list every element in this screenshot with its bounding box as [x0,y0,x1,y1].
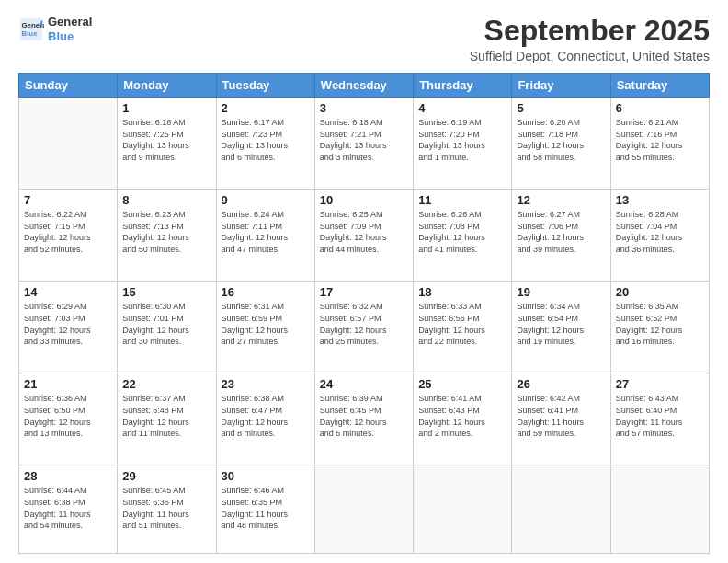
main-title: September 2025 [470,15,710,47]
day-number: 8 [122,193,210,207]
day-number: 25 [418,377,506,391]
day-info: Sunrise: 6:20 AM Sunset: 7:18 PM Dayligh… [517,117,605,163]
day-number: 3 [320,101,408,115]
day-info: Sunrise: 6:34 AM Sunset: 6:54 PM Dayligh… [517,301,605,347]
calendar-cell: 2Sunrise: 6:17 AM Sunset: 7:23 PM Daylig… [216,98,314,190]
day-number: 27 [616,377,704,391]
calendar-cell: 30Sunrise: 6:46 AM Sunset: 6:35 PM Dayli… [216,465,314,554]
calendar-cell: 15Sunrise: 6:30 AM Sunset: 7:01 PM Dayli… [118,282,216,373]
day-number: 23 [222,377,310,391]
calendar-cell: 28Sunrise: 6:44 AM Sunset: 6:38 PM Dayli… [19,465,118,554]
day-number: 19 [517,285,605,299]
day-info: Sunrise: 6:44 AM Sunset: 6:38 PM Dayligh… [24,485,112,531]
calendar-header-thursday: Thursday [414,74,512,98]
day-number: 16 [222,285,310,299]
day-info: Sunrise: 6:17 AM Sunset: 7:23 PM Dayligh… [222,117,310,163]
day-info: Sunrise: 6:45 AM Sunset: 6:36 PM Dayligh… [122,485,210,531]
day-info: Sunrise: 6:32 AM Sunset: 6:57 PM Dayligh… [320,301,408,347]
logo: General Blue General Blue [18,15,92,43]
calendar-cell: 20Sunrise: 6:35 AM Sunset: 6:52 PM Dayli… [610,282,709,373]
day-number: 4 [418,101,506,115]
header: General Blue General Blue September 2025… [18,15,710,63]
day-info: Sunrise: 6:46 AM Sunset: 6:35 PM Dayligh… [222,485,310,531]
calendar-header-monday: Monday [118,74,216,98]
day-number: 24 [320,377,408,391]
day-info: Sunrise: 6:22 AM Sunset: 7:15 PM Dayligh… [24,209,112,255]
day-info: Sunrise: 6:37 AM Sunset: 6:48 PM Dayligh… [122,393,210,439]
day-number: 6 [616,101,704,115]
calendar-cell [19,98,118,190]
subtitle: Suffield Depot, Connecticut, United Stat… [470,49,710,63]
title-block: September 2025 Suffield Depot, Connectic… [470,15,710,63]
calendar-week-5: 28Sunrise: 6:44 AM Sunset: 6:38 PM Dayli… [19,465,710,554]
calendar-cell: 1Sunrise: 6:16 AM Sunset: 7:25 PM Daylig… [118,98,216,190]
day-info: Sunrise: 6:33 AM Sunset: 6:56 PM Dayligh… [418,301,506,347]
calendar-week-1: 1Sunrise: 6:16 AM Sunset: 7:25 PM Daylig… [19,98,710,190]
day-number: 17 [320,285,408,299]
day-number: 26 [517,377,605,391]
day-number: 20 [616,285,704,299]
day-info: Sunrise: 6:24 AM Sunset: 7:11 PM Dayligh… [222,209,310,255]
calendar-cell: 17Sunrise: 6:32 AM Sunset: 6:57 PM Dayli… [314,282,413,373]
calendar-cell: 10Sunrise: 6:25 AM Sunset: 7:09 PM Dayli… [314,190,413,282]
calendar-cell: 16Sunrise: 6:31 AM Sunset: 6:59 PM Dayli… [216,282,314,373]
day-info: Sunrise: 6:27 AM Sunset: 7:06 PM Dayligh… [517,209,605,255]
day-number: 12 [517,193,605,207]
day-info: Sunrise: 6:43 AM Sunset: 6:40 PM Dayligh… [616,393,704,439]
day-number: 22 [122,377,210,391]
calendar-cell: 7Sunrise: 6:22 AM Sunset: 7:15 PM Daylig… [19,190,118,282]
day-number: 10 [320,193,408,207]
day-number: 13 [616,193,704,207]
day-info: Sunrise: 6:31 AM Sunset: 6:59 PM Dayligh… [222,301,310,347]
calendar-cell [314,465,413,554]
calendar-cell: 12Sunrise: 6:27 AM Sunset: 7:06 PM Dayli… [512,190,610,282]
calendar-week-2: 7Sunrise: 6:22 AM Sunset: 7:15 PM Daylig… [19,190,710,282]
calendar-cell [512,465,610,554]
calendar-cell: 27Sunrise: 6:43 AM Sunset: 6:40 PM Dayli… [610,373,709,465]
logo-icon: General Blue [18,17,44,42]
day-number: 9 [222,193,310,207]
calendar-header-sunday: Sunday [19,74,118,98]
day-info: Sunrise: 6:23 AM Sunset: 7:13 PM Dayligh… [122,209,210,255]
calendar-header-row: SundayMondayTuesdayWednesdayThursdayFrid… [19,74,710,98]
day-info: Sunrise: 6:41 AM Sunset: 6:43 PM Dayligh… [418,393,506,439]
day-info: Sunrise: 6:25 AM Sunset: 7:09 PM Dayligh… [320,209,408,255]
calendar-table: SundayMondayTuesdayWednesdayThursdayFrid… [18,73,710,554]
calendar-cell: 13Sunrise: 6:28 AM Sunset: 7:04 PM Dayli… [610,190,709,282]
calendar-header-wednesday: Wednesday [314,74,413,98]
day-info: Sunrise: 6:18 AM Sunset: 7:21 PM Dayligh… [320,117,408,163]
calendar-cell: 24Sunrise: 6:39 AM Sunset: 6:45 PM Dayli… [314,373,413,465]
day-info: Sunrise: 6:39 AM Sunset: 6:45 PM Dayligh… [320,393,408,439]
day-info: Sunrise: 6:16 AM Sunset: 7:25 PM Dayligh… [122,117,210,163]
day-number: 7 [24,193,112,207]
calendar-week-4: 21Sunrise: 6:36 AM Sunset: 6:50 PM Dayli… [19,373,710,465]
calendar-header-tuesday: Tuesday [216,74,314,98]
day-info: Sunrise: 6:35 AM Sunset: 6:52 PM Dayligh… [616,301,704,347]
day-number: 14 [24,285,112,299]
day-info: Sunrise: 6:19 AM Sunset: 7:20 PM Dayligh… [418,117,506,163]
calendar-header-saturday: Saturday [610,74,709,98]
day-number: 21 [24,377,112,391]
calendar-cell: 23Sunrise: 6:38 AM Sunset: 6:47 PM Dayli… [216,373,314,465]
day-info: Sunrise: 6:42 AM Sunset: 6:41 PM Dayligh… [517,393,605,439]
svg-text:Blue: Blue [22,29,39,38]
calendar-cell: 5Sunrise: 6:20 AM Sunset: 7:18 PM Daylig… [512,98,610,190]
calendar-cell: 9Sunrise: 6:24 AM Sunset: 7:11 PM Daylig… [216,190,314,282]
page: General Blue General Blue September 2025… [0,0,728,563]
day-number: 30 [222,469,310,483]
day-info: Sunrise: 6:36 AM Sunset: 6:50 PM Dayligh… [24,393,112,439]
calendar-cell: 14Sunrise: 6:29 AM Sunset: 7:03 PM Dayli… [19,282,118,373]
day-number: 1 [122,101,210,115]
day-number: 15 [122,285,210,299]
day-info: Sunrise: 6:29 AM Sunset: 7:03 PM Dayligh… [24,301,112,347]
calendar-cell: 26Sunrise: 6:42 AM Sunset: 6:41 PM Dayli… [512,373,610,465]
calendar-cell: 6Sunrise: 6:21 AM Sunset: 7:16 PM Daylig… [610,98,709,190]
calendar-week-3: 14Sunrise: 6:29 AM Sunset: 7:03 PM Dayli… [19,282,710,373]
day-number: 29 [122,469,210,483]
calendar-cell [610,465,709,554]
day-info: Sunrise: 6:38 AM Sunset: 6:47 PM Dayligh… [222,393,310,439]
day-number: 28 [24,469,112,483]
calendar-cell [414,465,512,554]
calendar-cell: 19Sunrise: 6:34 AM Sunset: 6:54 PM Dayli… [512,282,610,373]
day-number: 5 [517,101,605,115]
